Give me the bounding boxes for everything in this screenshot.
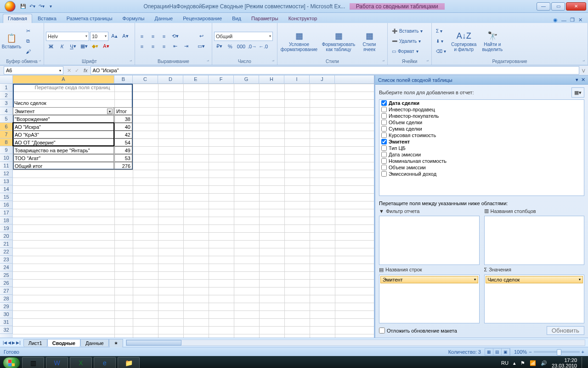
horizontal-scrollbar[interactable] (126, 339, 585, 346)
row-header-9[interactable]: 9 (0, 146, 13, 154)
cell-B9[interactable]: 49 (114, 146, 132, 154)
row-header-8[interactable]: 8 (0, 138, 13, 146)
value-field-pill[interactable]: Число сделок▾ (486, 276, 583, 283)
cancel-formula-icon[interactable]: ✕ (65, 68, 73, 74)
row-header-17[interactable]: 17 (0, 209, 13, 217)
row-header-6[interactable]: 6 (0, 123, 13, 131)
fill-color-button[interactable]: ◆▾ (90, 42, 100, 51)
row-header-18[interactable]: 18 (0, 217, 13, 224)
doc-close-button[interactable]: ✕ (578, 17, 582, 23)
clear-button[interactable]: ⌫ ▾ (434, 47, 448, 56)
font-color-button[interactable]: A▾ (101, 42, 111, 51)
show-desktop-button[interactable] (582, 357, 585, 368)
zoom-level[interactable]: 100% (514, 349, 527, 355)
clock[interactable]: 17:2023.03.2010 (552, 357, 577, 368)
align-right-button[interactable]: ≡ (159, 42, 169, 51)
row-header-23[interactable]: 23 (0, 256, 13, 264)
row-header-3[interactable]: 3 (0, 99, 13, 107)
maximize-button[interactable]: ▭ (551, 2, 565, 11)
format-as-table-button[interactable]: ▦Форматировать как таблицу (321, 30, 356, 52)
field-checkbox-6[interactable] (381, 139, 387, 144)
cell-B8[interactable]: 54 (114, 138, 132, 146)
align-center-button[interactable]: ≡ (148, 42, 158, 51)
paste-button[interactable]: 📋Вставить (2, 33, 21, 50)
cell-A9[interactable]: Товарищество на вере "Янтарь" (13, 146, 114, 154)
row-field-pill[interactable]: Эмитент▾ (380, 276, 478, 283)
row-header-24[interactable]: 24 (0, 264, 13, 271)
field-checkbox-9[interactable] (381, 158, 387, 164)
row-header-32[interactable]: 32 (0, 326, 13, 334)
cell-A6[interactable]: АО "Искра" (13, 123, 114, 131)
col-header-B[interactable]: B (114, 75, 133, 83)
expand-formula-bar-icon[interactable]: ⋁ (579, 69, 588, 73)
row-header-5[interactable]: 5 (0, 115, 13, 123)
format-cells-button[interactable]: ▭ Формат ▾ (390, 47, 430, 56)
tab-data[interactable]: Данные (150, 14, 177, 23)
tab-pivot-designer[interactable]: Конструктор (284, 14, 322, 23)
cell-B10[interactable]: 53 (114, 154, 132, 162)
col-header-E[interactable]: E (183, 75, 209, 83)
col-header-A[interactable]: A (13, 75, 114, 83)
field-item-7[interactable]: Тип ЦБ (379, 145, 584, 151)
row-header-4[interactable]: 4 (0, 107, 13, 115)
field-checkbox-4[interactable] (381, 126, 387, 132)
normal-view-button[interactable]: ▦ (485, 349, 493, 355)
row-header-27[interactable]: 27 (0, 287, 13, 295)
tray-show-hidden-icon[interactable]: ▴ (513, 360, 516, 366)
row-header-16[interactable]: 16 (0, 201, 13, 209)
field-item-4[interactable]: Сумма сделки (379, 126, 584, 132)
cell-B4[interactable]: Итог (114, 107, 132, 115)
field-checkbox-3[interactable] (381, 120, 387, 125)
pivot-page-drop[interactable]: Перетащите сюда поля страниц (13, 84, 132, 92)
taskbar-ie[interactable]: e (94, 357, 116, 368)
conditional-formatting-button[interactable]: ▦Условное форматирование (279, 30, 319, 52)
field-checkbox-11[interactable] (381, 171, 387, 177)
italic-button[interactable]: К (57, 42, 67, 51)
page-layout-view-button[interactable]: ▤ (493, 349, 502, 355)
qat-more-icon[interactable]: ▾ (47, 3, 54, 10)
autosum-button[interactable]: Σ ▾ (434, 27, 448, 36)
pane-close-icon[interactable]: ✕ (581, 77, 585, 83)
align-middle-button[interactable]: ≡ (148, 32, 158, 41)
field-checkbox-5[interactable] (381, 132, 387, 138)
row-header-25[interactable]: 25 (0, 271, 13, 279)
save-icon[interactable]: 💾 (19, 3, 27, 10)
first-sheet-icon[interactable]: |◀ (3, 340, 7, 345)
page-break-view-button[interactable]: ▣ (502, 349, 510, 355)
cell-B6[interactable]: 40 (114, 123, 132, 131)
col-header-F[interactable]: F (209, 75, 234, 83)
update-button[interactable]: Обновить (547, 326, 584, 335)
minimize-button[interactable]: — (537, 2, 550, 11)
cell-A5[interactable]: "Возрождение" (13, 115, 114, 123)
format-painter-button[interactable]: 🖌 (23, 47, 33, 56)
row-header-28[interactable]: 28 (0, 295, 13, 303)
dec-decimal-button[interactable]: ←.0 (258, 42, 268, 51)
taskbar-word[interactable]: W (46, 357, 68, 368)
col-header-D[interactable]: D (158, 75, 183, 83)
area-vals-box[interactable]: Число сделок▾ (484, 275, 585, 324)
area-filter-box[interactable] (379, 216, 480, 265)
row-header-10[interactable]: 10 (0, 154, 13, 162)
tab-page-layout[interactable]: Разметка страницы (62, 14, 117, 23)
layout-options-button[interactable]: ▦▾ (571, 87, 584, 98)
field-item-6[interactable]: Эмитент (379, 138, 584, 145)
doc-minimize-button[interactable]: — (561, 17, 566, 23)
row-header-22[interactable]: 22 (0, 248, 13, 256)
field-checkbox-8[interactable] (381, 152, 387, 157)
sheet-tab-3[interactable]: Данные (80, 339, 109, 347)
tab-review[interactable]: Рецензирование (178, 14, 226, 23)
grow-font-button[interactable]: A▴ (109, 32, 119, 41)
field-list[interactable]: Дата сделкиИнвестор-продавецИнвестор-пок… (379, 99, 584, 196)
tab-formulas[interactable]: Формулы (118, 14, 149, 23)
area-rows-box[interactable]: Эмитент▾ (379, 275, 480, 324)
merge-cells-button[interactable]: ▭▾ (195, 42, 208, 51)
field-checkbox-2[interactable] (381, 113, 387, 119)
field-checkbox-1[interactable] (381, 107, 387, 112)
fill-button[interactable]: ⬇ ▾ (434, 37, 448, 46)
prev-sheet-icon[interactable]: ◀ (8, 340, 11, 345)
field-item-10[interactable]: Объем эмиссии (379, 164, 584, 171)
next-sheet-icon[interactable]: ▶ (12, 340, 15, 345)
border-button[interactable]: ▦▾ (79, 42, 89, 51)
bold-button[interactable]: Ж (46, 42, 56, 51)
row-header-31[interactable]: 31 (0, 318, 13, 326)
